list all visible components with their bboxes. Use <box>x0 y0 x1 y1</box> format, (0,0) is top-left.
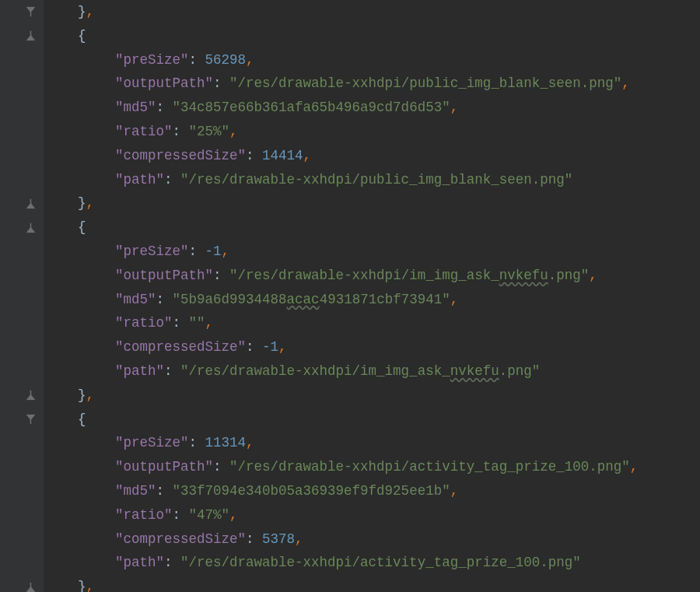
code-line: "outputPath": "/res/drawable-xxhdpi/acti… <box>44 455 700 479</box>
code-editor[interactable]: }, { "preSize": 56298, "outputPath": "/r… <box>44 0 700 592</box>
code-line: "compressedSize": -1, <box>44 335 700 359</box>
spell-warning: acac <box>287 292 320 307</box>
fold-close-icon[interactable] <box>26 391 36 401</box>
code-line: }, <box>44 575 700 592</box>
fold-toggle-icon[interactable] <box>26 222 36 233</box>
code-line: "compressedSize": 5378, <box>44 527 700 552</box>
code-line: }, <box>44 191 700 215</box>
code-line: "compressedSize": 14414, <box>44 144 700 168</box>
fold-close-icon[interactable] <box>26 582 36 592</box>
spell-warning: nvkefu <box>499 268 548 283</box>
code-line: "preSize": 56298, <box>44 48 700 72</box>
editor-gutter <box>0 0 44 592</box>
code-line: "outputPath": "/res/drawable-xxhdpi/im_i… <box>44 264 700 288</box>
fold-toggle-icon[interactable] <box>26 7 36 17</box>
code-line: "ratio": "25%", <box>44 120 700 144</box>
code-line: "preSize": 11314, <box>44 431 700 455</box>
code-line: "path": "/res/drawable-xxhdpi/im_img_ask… <box>44 359 700 384</box>
code-line: "path": "/res/drawable-xxhdpi/activity_t… <box>44 551 700 575</box>
code-line: { <box>44 408 700 432</box>
code-line: { <box>44 215 700 240</box>
code-line: "path": "/res/drawable-xxhdpi/public_img… <box>44 168 700 192</box>
code-line: "ratio": "47%", <box>44 503 700 527</box>
fold-toggle-icon[interactable] <box>26 31 36 41</box>
code-line: }, <box>44 384 700 408</box>
code-line: "md5": "5b9a6d9934488acac4931871cbf73941… <box>44 288 700 312</box>
spell-warning: nvkefu <box>450 363 499 379</box>
code-line: "outputPath": "/res/drawable-xxhdpi/publ… <box>44 72 700 96</box>
code-line: "ratio": "", <box>44 311 700 335</box>
code-line: "md5": "33f7094e340b05a36939ef9fd925ee1b… <box>44 479 700 503</box>
code-line: { <box>44 24 700 48</box>
code-line: "md5": "34c857e66b361afa65b496a9cd7d6d53… <box>44 96 700 120</box>
fold-close-icon[interactable] <box>26 198 36 208</box>
code-line: "preSize": -1, <box>44 240 700 264</box>
fold-toggle-icon[interactable] <box>26 414 36 424</box>
code-line: }, <box>44 0 700 24</box>
